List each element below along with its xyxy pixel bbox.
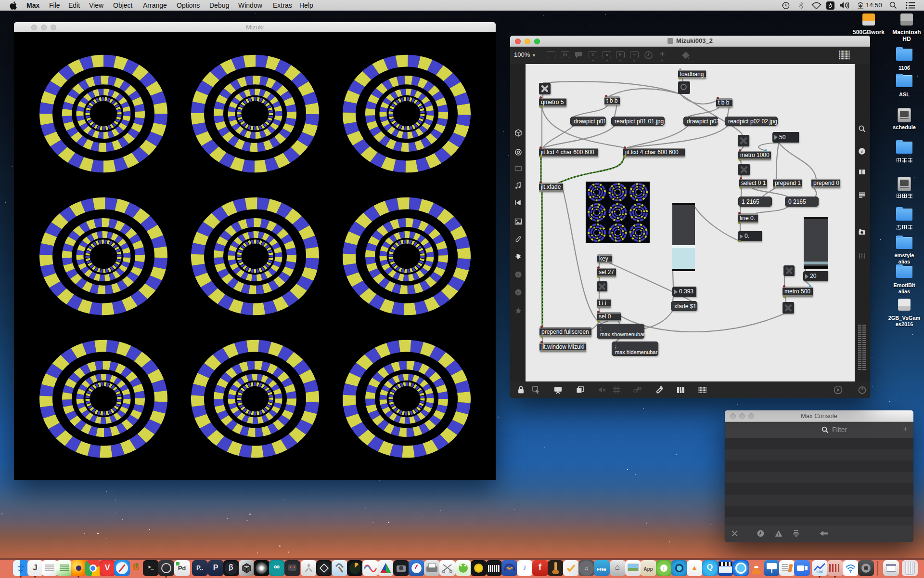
svg-text:v: v bbox=[517, 272, 520, 277]
svg-text:b: b bbox=[517, 290, 520, 295]
svg-text:intel: intel bbox=[816, 570, 822, 573]
